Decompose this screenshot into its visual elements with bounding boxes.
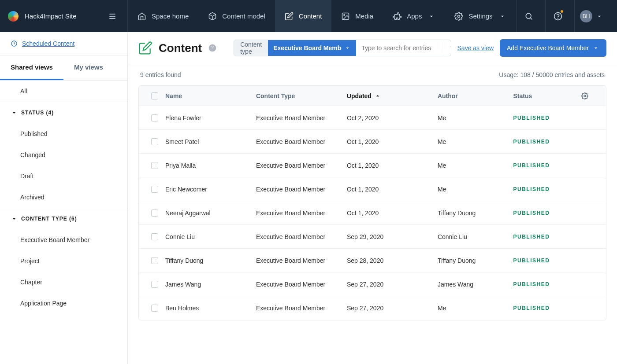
- col-content-type[interactable]: Content Type: [256, 92, 347, 99]
- cell-name: Tiffany Duong: [165, 257, 256, 264]
- sidebar-item-content-type[interactable]: Executive Board Member: [0, 229, 127, 250]
- cell-updated: Sep 28, 2020: [347, 257, 438, 264]
- sidebar-item-status[interactable]: Archived: [0, 187, 127, 208]
- sidebar-item-content-type[interactable]: Project: [0, 250, 127, 272]
- row-checkbox[interactable]: [151, 114, 158, 121]
- help-button[interactable]: [545, 0, 570, 32]
- clock-icon: [11, 40, 18, 47]
- table-row[interactable]: Neeraj Aggarwal Executive Board Member O…: [139, 201, 606, 225]
- cell-name: Elena Fowler: [165, 114, 256, 121]
- puzzle-icon: [393, 12, 401, 21]
- user-menu[interactable]: BH: [574, 0, 608, 32]
- nav-media[interactable]: Media: [331, 0, 383, 32]
- cell-content-type: Executive Board Member: [256, 281, 347, 288]
- cell-name: Ben Holmes: [165, 305, 256, 312]
- status-badge: PUBLISHED: [513, 162, 581, 169]
- add-entry-button[interactable]: Add Executive Board Member: [500, 39, 606, 57]
- save-as-view-link[interactable]: Save as view: [457, 44, 494, 51]
- cell-updated: Sep 27, 2020: [347, 305, 438, 312]
- cell-updated: Oct 2, 2020: [347, 114, 438, 121]
- cell-name: Neeraj Aggarwal: [165, 210, 256, 217]
- filter-button[interactable]: Filter: [444, 40, 451, 56]
- col-updated[interactable]: Updated: [347, 92, 438, 99]
- sidebar-toggle-button[interactable]: [105, 9, 119, 23]
- row-checkbox[interactable]: [151, 281, 158, 288]
- sidebar-item-status[interactable]: Draft: [0, 165, 127, 187]
- select-all-checkbox[interactable]: [151, 92, 158, 99]
- cell-name: James Wang: [165, 281, 256, 288]
- table-row[interactable]: Elena Fowler Executive Board Member Oct …: [139, 106, 606, 130]
- table-row[interactable]: Ben Holmes Executive Board Member Sep 27…: [139, 296, 606, 320]
- sidebar-item-status[interactable]: Published: [0, 123, 127, 144]
- svg-point-16: [584, 95, 586, 97]
- row-checkbox[interactable]: [151, 210, 158, 217]
- scheduled-content-link[interactable]: Scheduled Content: [0, 32, 127, 55]
- cell-name: Priya Malla: [165, 162, 256, 169]
- cell-content-type: Executive Board Member: [256, 233, 347, 240]
- search-input[interactable]: [356, 40, 444, 56]
- search-button[interactable]: [516, 0, 541, 32]
- nav-content[interactable]: Content: [275, 0, 332, 32]
- cell-author: Me: [438, 305, 513, 312]
- cell-author: Me: [438, 114, 513, 121]
- cell-author: Connie Liu: [438, 233, 513, 240]
- table-row[interactable]: Smeet Patel Executive Board Member Oct 1…: [139, 130, 606, 154]
- table-row[interactable]: Priya Malla Executive Board Member Oct 1…: [139, 154, 606, 177]
- cell-author: Me: [438, 162, 513, 169]
- home-icon: [138, 12, 146, 21]
- table-row[interactable]: Tiffany Duong Executive Board Member Sep…: [139, 249, 606, 272]
- row-checkbox[interactable]: [151, 138, 158, 145]
- cell-author: Me: [438, 186, 513, 193]
- cell-content-type: Executive Board Member: [256, 210, 347, 217]
- table-settings-button[interactable]: [581, 92, 601, 99]
- row-checkbox[interactable]: [151, 233, 158, 240]
- cell-updated: Oct 1, 2020: [347, 162, 438, 169]
- cell-updated: Sep 27, 2020: [347, 281, 438, 288]
- sidebar-item-all[interactable]: All: [0, 81, 127, 102]
- tab-my-views[interactable]: My views: [63, 55, 114, 80]
- notification-dot-icon: [560, 10, 564, 13]
- col-name[interactable]: Name: [165, 92, 256, 99]
- table-header: Name Content Type Updated Author Status: [139, 86, 606, 106]
- tab-shared-views[interactable]: Shared views: [0, 55, 63, 80]
- sidebar: Scheduled Content Shared views My views …: [0, 32, 128, 364]
- row-checkbox[interactable]: [151, 305, 158, 312]
- row-checkbox[interactable]: [151, 257, 158, 264]
- cell-content-type: Executive Board Member: [256, 114, 347, 121]
- chevron-down-icon: [11, 109, 18, 116]
- row-checkbox[interactable]: [151, 186, 158, 193]
- svg-point-5: [458, 15, 460, 17]
- topbar-left: Hack4Impact Site: [0, 0, 128, 32]
- sidebar-item-content-type[interactable]: Chapter: [0, 272, 127, 293]
- sidebar-item-status[interactable]: Changed: [0, 144, 127, 165]
- row-checkbox[interactable]: [151, 162, 158, 169]
- content-type-filter-value[interactable]: Executive Board Member: [268, 40, 356, 56]
- cell-updated: Oct 1, 2020: [347, 210, 438, 217]
- sidebar-group-content-type[interactable]: CONTENT TYPE (6): [0, 208, 127, 229]
- filter-bar: Content type Executive Board Member Filt…: [234, 39, 606, 57]
- entries-table: Name Content Type Updated Author Status …: [138, 85, 606, 320]
- table-row[interactable]: Eric Newcomer Executive Board Member Oct…: [139, 177, 606, 201]
- chevron-down-icon: [592, 44, 599, 51]
- svg-point-9: [558, 18, 558, 18]
- sidebar-item-content-type[interactable]: Application Page: [0, 293, 127, 314]
- top-bar: Hack4Impact Site Space home Content mode…: [0, 0, 617, 32]
- cell-content-type: Executive Board Member: [256, 257, 347, 264]
- gear-icon: [581, 92, 588, 99]
- table-row[interactable]: Connie Liu Executive Board Member Sep 29…: [139, 225, 606, 249]
- svg-point-6: [526, 13, 531, 18]
- help-badge-icon[interactable]: ?: [208, 44, 217, 52]
- col-author[interactable]: Author: [438, 92, 513, 99]
- content-area: Content ? Content type Executive Board M…: [128, 32, 617, 364]
- col-status[interactable]: Status: [513, 92, 581, 99]
- sidebar-group-status[interactable]: STATUS (4): [0, 102, 127, 123]
- table-row[interactable]: James Wang Executive Board Member Sep 27…: [139, 272, 606, 296]
- chevron-down-icon: [11, 215, 18, 222]
- svg-line-7: [530, 18, 532, 19]
- nav-content-model[interactable]: Content model: [198, 0, 275, 32]
- nav-space-home[interactable]: Space home: [128, 0, 198, 32]
- status-badge: PUBLISHED: [513, 186, 581, 192]
- nav-settings[interactable]: Settings: [445, 0, 515, 32]
- nav-apps[interactable]: Apps: [383, 0, 445, 32]
- filter-icon: [450, 44, 451, 51]
